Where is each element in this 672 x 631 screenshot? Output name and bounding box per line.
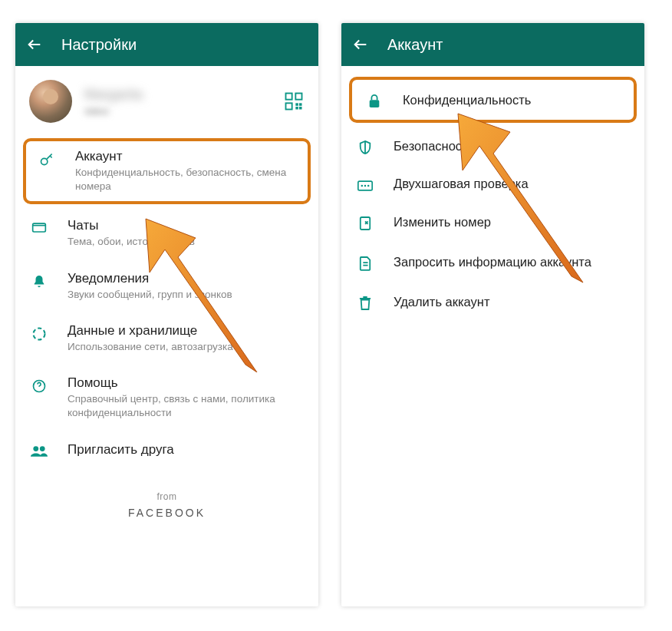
account-item-security[interactable]: Безопасность	[341, 126, 644, 166]
account-item-changenum[interactable]: Изменить номер	[341, 202, 644, 242]
profile-name: Margarita	[84, 87, 271, 103]
svg-rect-2	[286, 103, 292, 109]
item-title: Уведомления	[68, 271, 305, 286]
back-icon[interactable]	[26, 36, 43, 53]
profile-row[interactable]: Margarita status	[15, 66, 318, 137]
account-item-delete[interactable]: Удалить аккаунт	[341, 282, 644, 322]
document-icon	[355, 253, 375, 271]
item-sub: Тема, обои, история чатов	[68, 235, 305, 249]
svg-rect-4	[299, 107, 302, 110]
svg-point-15	[361, 184, 364, 187]
password-icon	[355, 177, 375, 191]
shield-icon	[355, 137, 375, 155]
svg-point-7	[41, 158, 48, 164]
settings-item-notifications[interactable]: Уведомления Звуки сообщений, групп и зво…	[15, 260, 318, 312]
back-icon[interactable]	[352, 36, 369, 53]
item-sub: Конфиденциальность, безопасность, смена …	[75, 166, 297, 193]
account-item-twostep[interactable]: Двухшаговая проверка	[341, 166, 644, 202]
svg-rect-8	[33, 224, 46, 233]
appbar-settings: Настройки	[15, 23, 318, 66]
settings-list: Чаты Тема, обои, история чатов Уведомлен…	[15, 207, 318, 467]
bell-icon	[29, 271, 49, 289]
svg-rect-3	[295, 103, 298, 106]
item-title: Изменить номер	[394, 215, 631, 230]
settings-item-account[interactable]: Аккаунт Конфиденциальность, безопасность…	[32, 149, 301, 193]
qr-code-icon[interactable]	[283, 91, 305, 112]
item-sub: Справочный центр, связь с нами, политика…	[68, 392, 305, 420]
item-title: Данные и хранилище	[68, 323, 305, 339]
item-title: Аккаунт	[75, 149, 297, 164]
svg-point-11	[33, 446, 38, 451]
account-item-request[interactable]: Запросить информацию аккаунта	[341, 242, 644, 282]
highlight-account: Аккаунт Конфиденциальность, безопасность…	[23, 138, 311, 204]
svg-point-17	[367, 184, 370, 187]
footer: from FACEBOOK	[15, 468, 318, 519]
settings-screen: Настройки Margarita status	[15, 23, 318, 606]
svg-rect-5	[295, 107, 298, 110]
appbar-account: Аккаунт	[341, 23, 644, 66]
data-usage-icon	[29, 323, 49, 342]
item-title: Пригласить друга	[68, 442, 305, 458]
svg-point-9	[34, 328, 45, 339]
svg-rect-13	[370, 100, 380, 107]
key-icon	[37, 149, 57, 167]
svg-rect-1	[295, 94, 301, 100]
item-title: Конфиденциальность	[403, 93, 621, 107]
help-icon	[29, 375, 49, 394]
footer-from: from	[15, 491, 318, 502]
profile-status: status	[84, 106, 271, 117]
item-sub: Звуки сообщений, групп и звонков	[68, 288, 305, 302]
item-title: Помощь	[68, 375, 305, 391]
settings-item-chats[interactable]: Чаты Тема, обои, история чатов	[15, 207, 318, 259]
item-title: Запросить информацию аккаунта	[394, 255, 631, 269]
settings-item-data[interactable]: Данные и хранилище Использование сети, а…	[15, 312, 318, 365]
svg-rect-6	[299, 103, 302, 106]
chat-icon	[29, 218, 49, 235]
sim-icon	[355, 213, 375, 231]
item-sub: Использование сети, автозагрузка	[68, 340, 305, 354]
account-list: Безопасность Двухшаговая проверка Измени…	[341, 126, 644, 322]
account-screen: Аккаунт Конфиденциальность Безопасность …	[341, 23, 644, 606]
highlight-privacy: Конфиденциальность	[349, 77, 637, 123]
lock-icon	[364, 91, 384, 109]
settings-item-invite[interactable]: Пригласить друга	[15, 431, 318, 468]
item-title: Удалить аккаунт	[394, 295, 631, 309]
people-icon	[29, 442, 49, 458]
footer-brand: FACEBOOK	[15, 507, 318, 519]
item-title: Безопасность	[394, 139, 631, 154]
appbar-title: Аккаунт	[387, 36, 443, 54]
appbar-title: Настройки	[61, 36, 137, 54]
item-title: Чаты	[68, 218, 305, 233]
settings-item-help[interactable]: Помощь Справочный центр, связь с нами, п…	[15, 365, 318, 431]
trash-icon	[355, 292, 375, 311]
item-title: Двухшаговая проверка	[394, 177, 631, 191]
svg-rect-0	[286, 94, 292, 100]
avatar	[29, 80, 72, 123]
svg-point-16	[364, 184, 367, 187]
svg-point-12	[40, 446, 45, 451]
account-item-privacy[interactable]: Конфиденциальность	[358, 88, 628, 112]
